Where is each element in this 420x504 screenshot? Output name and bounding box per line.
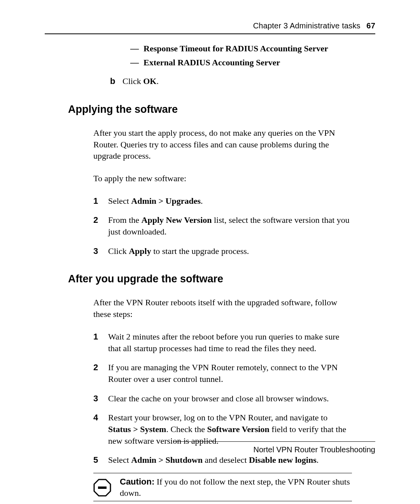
numbered-step: 5 Select Admin > Shutdown and deselect D…	[93, 454, 352, 466]
section-heading-applying: Applying the software	[68, 103, 375, 116]
step-number: 2	[93, 214, 108, 237]
step-number: 1	[93, 331, 108, 354]
caution-bottom-rule	[93, 501, 352, 501]
step-body: Click OK.	[122, 76, 159, 87]
numbered-step: 2 From the Apply New Version list, selec…	[93, 214, 352, 237]
text: .	[156, 76, 159, 86]
text: Select	[108, 455, 131, 465]
numbered-step: 1 Wait 2 minutes after the reboot before…	[93, 331, 352, 354]
text: to start the upgrade process.	[151, 246, 249, 256]
caution-text: Caution: If you do not follow the next s…	[118, 476, 352, 499]
bold: Apply	[129, 246, 151, 256]
text: .	[317, 455, 319, 465]
numbered-step: 1 Select Admin > Upgrades.	[93, 195, 352, 207]
step-body: Wait 2 minutes after the reboot before y…	[108, 331, 352, 354]
footer-rule	[173, 441, 375, 442]
bold: Status > System	[108, 424, 166, 434]
numbered-step: 3 Click Apply to start the upgrade proce…	[93, 245, 352, 257]
step-number: 5	[93, 454, 108, 466]
page-header: Chapter 3 Administrative tasks 67	[45, 21, 375, 33]
text: and deselect	[203, 455, 249, 465]
step-body: Click Apply to start the upgrade process…	[108, 245, 352, 257]
step-number: 2	[93, 362, 108, 385]
text: Click	[108, 246, 129, 256]
caution-body: If you do not follow the next step, the …	[120, 477, 350, 498]
text: . Check the	[166, 424, 207, 434]
bold: Apply New Version	[142, 215, 212, 225]
bold: OK	[143, 76, 156, 86]
paragraph: After the VPN Router reboots itself with…	[93, 297, 352, 320]
letter-step-b: b Click OK.	[110, 76, 352, 87]
svg-rect-1	[98, 486, 107, 489]
dash-marker: —	[130, 43, 144, 54]
step-number: 1	[93, 195, 108, 207]
text: Click	[122, 76, 143, 86]
step-number: 3	[93, 393, 108, 404]
numbered-step: 2 If you are managing the VPN Router rem…	[93, 362, 352, 385]
footer-rule-wrap	[45, 441, 375, 442]
caution-block: Caution: If you do not follow the next s…	[93, 473, 352, 501]
dash-marker: —	[130, 57, 144, 68]
dash-item: — External RADIUS Accounting Server	[130, 57, 352, 68]
footer-text: Nortel VPN Router Troubleshooting	[254, 445, 376, 454]
bold: Disable new logins	[249, 455, 317, 465]
step-body: Clear the cache on your browser and clos…	[108, 393, 352, 404]
caution-icon	[93, 479, 118, 497]
step-body: From the Apply New Version list, select …	[108, 214, 352, 237]
bold: Admin > Upgrades	[131, 196, 201, 206]
dash-list: — Response Timeout for RADIUS Accounting…	[130, 43, 352, 68]
step-number: 3	[93, 245, 108, 257]
step-body: Select Admin > Shutdown and deselect Dis…	[108, 454, 352, 466]
step-marker: b	[110, 76, 122, 87]
page-number: 67	[366, 21, 375, 30]
caution-label: Caution:	[120, 477, 154, 486]
numbered-step: 3 Clear the cache on your browser and cl…	[93, 393, 352, 404]
paragraph: After you start the apply process, do no…	[93, 127, 352, 162]
dash-text: Response Timeout for RADIUS Accounting S…	[144, 43, 352, 54]
text: Select	[108, 196, 131, 206]
step-body: If you are managing the VPN Router remot…	[108, 362, 352, 385]
page-content: — Response Timeout for RADIUS Accounting…	[45, 34, 375, 501]
bold: Admin > Shutdown	[131, 455, 203, 465]
dash-text: External RADIUS Accounting Server	[144, 57, 352, 68]
text: From the	[108, 215, 142, 225]
section-heading-after-upgrade: After you upgrade the software	[68, 273, 375, 285]
text: .	[201, 196, 203, 206]
bold: Software Version	[207, 424, 270, 434]
chapter-label: Chapter 3 Administrative tasks	[253, 21, 360, 30]
dash-item: — Response Timeout for RADIUS Accounting…	[130, 43, 352, 54]
paragraph: To apply the new software:	[93, 173, 352, 184]
text: Restart your browser, log on to the VPN …	[108, 413, 327, 422]
document-page: Chapter 3 Administrative tasks 67 — Resp…	[0, 0, 420, 504]
step-body: Select Admin > Upgrades.	[108, 195, 352, 207]
